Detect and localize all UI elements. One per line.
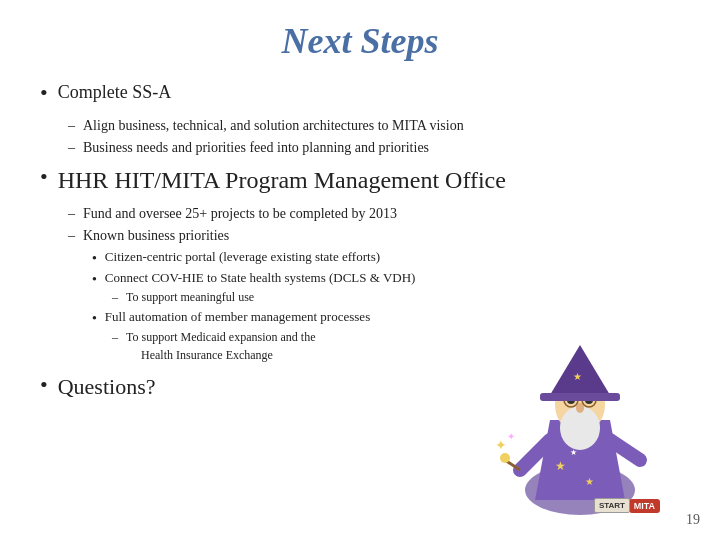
ssa-sub-2-text: Business needs and priorities feed into … — [83, 137, 429, 158]
svg-text:★: ★ — [585, 476, 594, 487]
subsub-citizen: ● Citizen-centric portal (leverage exist… — [92, 247, 680, 267]
start-badge: START — [594, 498, 630, 513]
bullet-dot-2: • — [40, 162, 48, 193]
mita-badge: MITA — [629, 499, 660, 513]
svg-rect-20 — [540, 393, 620, 401]
cov-sub: – To support meaningful use — [112, 288, 680, 306]
bullet-dot-3: • — [40, 370, 48, 401]
svg-text:★: ★ — [555, 459, 566, 473]
slide-title: Next Steps — [40, 20, 680, 62]
svg-text:★: ★ — [573, 371, 582, 382]
cov-sub-1: – To support meaningful use — [112, 288, 680, 306]
automation-sub-1-text: To support Medicaid expansion and the He… — [126, 328, 315, 364]
page-number: 19 — [686, 512, 700, 528]
bullet-dot-1: • — [40, 78, 48, 109]
ssa-sub-items: – Align business, technical, and solutio… — [68, 115, 680, 158]
subsub-dot-2: ● — [92, 273, 97, 285]
dash-6: – — [112, 328, 118, 346]
subsub-cov-text: Connect COV-HIE to State health systems … — [105, 268, 416, 288]
dash-2: – — [68, 137, 75, 158]
subsub-automation-text: Full automation of member management pro… — [105, 307, 370, 327]
slide: Next Steps • Complete SS-A – Align busin… — [0, 0, 720, 540]
svg-point-23 — [500, 453, 510, 463]
ssa-sub-2: – Business needs and priorities feed int… — [68, 137, 680, 158]
cov-sub-1-text: To support meaningful use — [126, 288, 254, 306]
hhr-sub-1-text: Fund and oversee 25+ projects to be comp… — [83, 203, 397, 224]
dash-5: – — [112, 288, 118, 306]
subsub-automation: ● Full automation of member management p… — [92, 307, 680, 327]
dash-3: – — [68, 203, 75, 224]
subsub-dot-3: ● — [92, 312, 97, 324]
wizard-svg: ★ ★ ★ ★ — [495, 340, 665, 515]
hhr-sub-1: – Fund and oversee 25+ projects to be co… — [68, 203, 680, 224]
dash-4: – — [68, 225, 75, 246]
subsub-cov: ● Connect COV-HIE to State health system… — [92, 268, 680, 288]
bullet-text-complete-ssa: Complete SS-A — [58, 80, 172, 105]
bullet-complete-ssa: • Complete SS-A — [40, 80, 680, 109]
bullet-text-hhr: HHR HIT/MITA Program Management Office — [58, 164, 506, 198]
svg-text:✦: ✦ — [495, 438, 507, 453]
ssa-sub-1: – Align business, technical, and solutio… — [68, 115, 680, 136]
ssa-sub-1-text: Align business, technical, and solution … — [83, 115, 464, 136]
bullet-text-questions: Questions? — [58, 372, 156, 403]
svg-text:✦: ✦ — [507, 431, 515, 442]
wizard-illustration: ★ ★ ★ ★ — [495, 340, 665, 515]
subsub-dot-1: ● — [92, 252, 97, 264]
bullet-hhr: • HHR HIT/MITA Program Management Office — [40, 164, 680, 198]
hhr-sub-2-text: Known business priorities — [83, 225, 229, 246]
svg-marker-19 — [550, 345, 610, 395]
dash-1: – — [68, 115, 75, 136]
hhr-sub-2: – Known business priorities — [68, 225, 680, 246]
subsub-citizen-text: Citizen-centric portal (leverage existin… — [105, 247, 380, 267]
